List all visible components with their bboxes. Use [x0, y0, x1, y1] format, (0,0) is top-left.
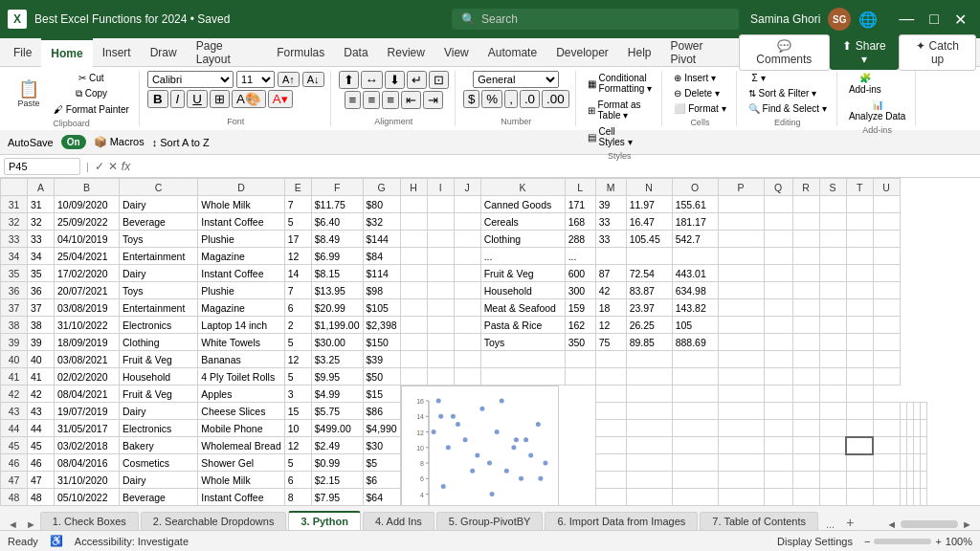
- cell-S43[interactable]: [906, 403, 913, 420]
- cell-R36[interactable]: [792, 282, 819, 299]
- cell-A41[interactable]: 41: [28, 368, 55, 386]
- cell-I34[interactable]: [427, 248, 454, 265]
- comments-button[interactable]: 💬 Comments: [739, 34, 830, 71]
- cell-S32[interactable]: [819, 213, 846, 231]
- align-middle-button[interactable]: ↔: [361, 71, 383, 89]
- cell-B31[interactable]: 10/09/2020: [55, 196, 120, 213]
- cell-M39[interactable]: 75: [595, 334, 626, 351]
- cell-A42[interactable]: 42: [28, 386, 55, 403]
- cell-F31[interactable]: $11.75: [311, 196, 363, 213]
- cell-I39[interactable]: [427, 334, 454, 351]
- cell-S37[interactable]: [819, 299, 846, 317]
- tab-page-layout[interactable]: Page Layout: [187, 38, 268, 67]
- cell-S38[interactable]: [819, 317, 846, 334]
- col-header-g[interactable]: G: [363, 179, 400, 196]
- tab-data[interactable]: Data: [334, 38, 377, 67]
- cell-T38[interactable]: [846, 317, 873, 334]
- cell-L44[interactable]: [718, 420, 764, 437]
- cell-A44[interactable]: 44: [28, 420, 55, 437]
- cell-T39[interactable]: [846, 334, 873, 351]
- font-color-button[interactable]: A▾: [268, 90, 293, 108]
- cell-N44[interactable]: [792, 420, 819, 437]
- font-family-select[interactable]: Calibri: [147, 71, 234, 88]
- cell-H34[interactable]: [400, 248, 427, 265]
- cell-U36[interactable]: [873, 282, 900, 299]
- new-sheet-button[interactable]: +: [840, 515, 859, 530]
- conditional-formatting-button[interactable]: ▦ ConditionalFormatting ▾: [584, 71, 657, 96]
- cell-G41[interactable]: $50: [363, 368, 400, 386]
- row-header-33[interactable]: 33: [1, 231, 28, 248]
- tab-file[interactable]: File: [4, 38, 41, 67]
- cell-Q35[interactable]: [764, 265, 792, 282]
- cell-M34[interactable]: [595, 248, 626, 265]
- cell-P48[interactable]: [846, 489, 873, 506]
- cell-U44[interactable]: [920, 420, 926, 437]
- cell-J44[interactable]: [626, 420, 672, 437]
- cell-N36[interactable]: 83.87: [626, 282, 672, 299]
- scrollbar-left[interactable]: ◄: [886, 518, 897, 530]
- cell-R41[interactable]: [792, 368, 819, 386]
- cell-A35[interactable]: 35: [28, 265, 55, 282]
- cell-D33[interactable]: Plushie: [198, 231, 284, 248]
- cell-N32[interactable]: 16.47: [626, 213, 672, 231]
- cell-T48[interactable]: [913, 489, 920, 506]
- cell-D44[interactable]: Mobile Phone: [198, 420, 284, 437]
- cell-G48[interactable]: $64: [363, 489, 400, 506]
- col-header-r[interactable]: R: [792, 179, 819, 196]
- formula-input[interactable]: [134, 161, 976, 172]
- sheet-tab-4[interactable]: 4. Add Ins: [363, 512, 434, 530]
- cell-P37[interactable]: [718, 299, 764, 317]
- row-header-37[interactable]: 37: [1, 299, 28, 317]
- cell-B37[interactable]: 03/08/2019: [55, 299, 120, 317]
- cell-I46[interactable]: [595, 454, 626, 472]
- cell-O46[interactable]: [819, 454, 846, 472]
- cell-Q33[interactable]: [764, 231, 792, 248]
- cell-C38[interactable]: Electronics: [120, 317, 198, 334]
- cell-Q39[interactable]: [764, 334, 792, 351]
- cell-M31[interactable]: 39: [595, 196, 626, 213]
- cell-J39[interactable]: [454, 334, 480, 351]
- cell-P36[interactable]: [718, 282, 764, 299]
- row-header-36[interactable]: 36: [1, 282, 28, 299]
- cell-A48[interactable]: 48: [28, 489, 55, 506]
- catchup-button[interactable]: ✦ Catch up: [899, 34, 976, 71]
- cell-S36[interactable]: [819, 282, 846, 299]
- cell-D35[interactable]: Instant Coffee: [198, 265, 284, 282]
- borders-button[interactable]: ⊞: [210, 90, 230, 108]
- cell-F34[interactable]: $6.99: [311, 248, 363, 265]
- cell-N38[interactable]: 26.25: [626, 317, 672, 334]
- cell-L35[interactable]: 600: [565, 265, 595, 282]
- cell-K43[interactable]: [672, 403, 718, 420]
- cell-R33[interactable]: [792, 231, 819, 248]
- cell-I47[interactable]: [595, 472, 626, 489]
- cell-H35[interactable]: [400, 265, 427, 282]
- cell-R39[interactable]: [792, 334, 819, 351]
- cell-G44[interactable]: $4,990: [363, 420, 400, 437]
- col-header-s[interactable]: S: [819, 179, 846, 196]
- horizontal-scrollbar[interactable]: [901, 520, 958, 528]
- cell-K31[interactable]: Canned Goods: [480, 196, 565, 213]
- cell-M32[interactable]: 33: [595, 213, 626, 231]
- cell-R43[interactable]: [900, 403, 906, 420]
- row-header-42[interactable]: 42: [1, 386, 28, 403]
- cell-O44[interactable]: [819, 420, 846, 437]
- cell-L33[interactable]: 288: [565, 231, 595, 248]
- cell-K45[interactable]: [672, 437, 718, 454]
- cell-L36[interactable]: 300: [565, 282, 595, 299]
- cell-D36[interactable]: Plushie: [198, 282, 284, 299]
- cell-O41[interactable]: [672, 368, 718, 386]
- cell-E34[interactable]: 12: [284, 248, 311, 265]
- cell-T32[interactable]: [846, 213, 873, 231]
- cell-D37[interactable]: Magazine: [198, 299, 284, 317]
- cell-U34[interactable]: [873, 248, 900, 265]
- cell-N41[interactable]: [626, 368, 672, 386]
- cell-I38[interactable]: [427, 317, 454, 334]
- cell-O42[interactable]: [626, 386, 672, 403]
- cell-B35[interactable]: 17/02/2020: [55, 265, 120, 282]
- cell-O32[interactable]: 181.17: [672, 213, 718, 231]
- cell-H31[interactable]: [400, 196, 427, 213]
- cell-P41[interactable]: [718, 368, 764, 386]
- cell-T36[interactable]: [846, 282, 873, 299]
- cell-U43[interactable]: [920, 403, 926, 420]
- scrollbar-right[interactable]: ►: [962, 518, 972, 530]
